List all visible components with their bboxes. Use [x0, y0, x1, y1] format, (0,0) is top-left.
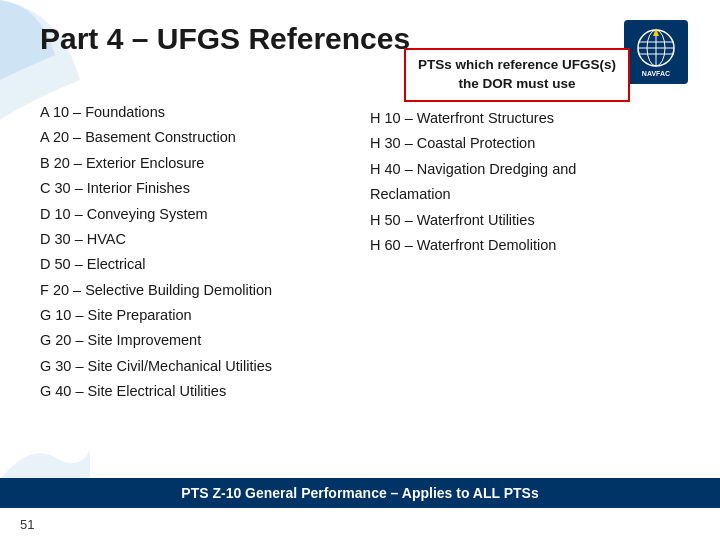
page-number: 51: [20, 517, 34, 532]
list-item: C 30 – Interior Finishes: [40, 176, 360, 201]
list-item: Reclamation: [370, 182, 690, 207]
bottom-bar: PTS Z-10 General Performance – Applies t…: [0, 478, 720, 508]
svg-text:NAVFAC: NAVFAC: [642, 70, 670, 77]
list-item: A 20 – Basement Construction: [40, 125, 360, 150]
list-item: G 20 – Site Improvement: [40, 328, 360, 353]
list-item: H 30 – Coastal Protection: [370, 131, 690, 156]
slide-title: Part 4 – UFGS References: [40, 22, 410, 56]
pts-note-box: PTSs which reference UFGS(s) the DOR mus…: [404, 48, 630, 102]
list-item: G 10 – Site Preparation: [40, 303, 360, 328]
bottom-bar-text: PTS Z-10 General Performance – Applies t…: [181, 485, 538, 501]
wave-decoration: [0, 400, 90, 480]
content-area: A 10 – Foundations A 20 – Basement Const…: [40, 100, 690, 405]
list-item: F 20 – Selective Building Demolition: [40, 278, 360, 303]
right-column: H 10 – Waterfront Structures H 30 – Coas…: [370, 100, 690, 405]
pts-note-line2: the DOR must use: [458, 76, 575, 91]
list-item: H 60 – Waterfront Demolition: [370, 233, 690, 258]
navfac-logo: NAVFAC: [622, 18, 690, 86]
pts-note-line1: PTSs which reference UFGS(s): [418, 57, 616, 72]
list-item: H 10 – Waterfront Structures: [370, 106, 690, 131]
list-item: D 50 – Electrical: [40, 252, 360, 277]
left-column: A 10 – Foundations A 20 – Basement Const…: [40, 100, 360, 405]
list-item: B 20 – Exterior Enclosure: [40, 151, 360, 176]
list-item: D 10 – Conveying System: [40, 202, 360, 227]
list-item: H 40 – Navigation Dredging and: [370, 157, 690, 182]
list-item: H 50 – Waterfront Utilities: [370, 208, 690, 233]
list-item: A 10 – Foundations: [40, 100, 360, 125]
list-item: G 40 – Site Electrical Utilities: [40, 379, 360, 404]
list-item: G 30 – Site Civil/Mechanical Utilities: [40, 354, 360, 379]
slide: Part 4 – UFGS References NAVFAC PTSs whi…: [0, 0, 720, 540]
list-item: D 30 – HVAC: [40, 227, 360, 252]
